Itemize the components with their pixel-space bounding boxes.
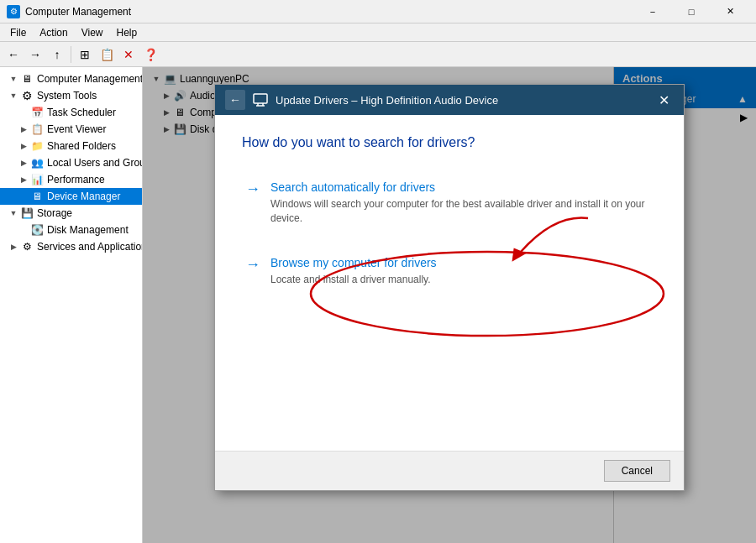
modal-title-text: Update Drivers – High Definition Audio D… bbox=[276, 94, 498, 107]
toolbar-show-hide[interactable]: ⊞ bbox=[75, 44, 95, 65]
shared-folders-label: Shared Folders bbox=[47, 140, 116, 152]
device-manager-label: Device Manager bbox=[47, 191, 120, 202]
expand-local-users: ▶ bbox=[17, 156, 30, 170]
storage-icon: 💾 bbox=[20, 206, 34, 220]
toolbar-forward[interactable]: → bbox=[25, 44, 45, 65]
toolbar-back[interactable]: ← bbox=[3, 44, 24, 65]
root-icon: 🖥 bbox=[20, 72, 34, 86]
menu-help[interactable]: Help bbox=[110, 25, 144, 40]
title-bar-controls: − □ ✕ bbox=[633, 0, 749, 23]
toolbar-help[interactable]: ❓ bbox=[140, 44, 160, 65]
close-button[interactable]: ✕ bbox=[711, 0, 749, 23]
left-panel: ▼ 🖥 Computer Management (Local ▼ ⚙ Syste… bbox=[0, 67, 143, 543]
browse-option-content: Browse my computer for drivers Locate an… bbox=[270, 256, 654, 287]
modal-cancel-button[interactable]: Cancel bbox=[604, 460, 670, 482]
sidebar-item-performance[interactable]: ▶ 📊 Performance bbox=[0, 171, 142, 188]
sidebar-item-event-viewer[interactable]: ▶ 📋 Event Viewer bbox=[0, 121, 142, 138]
modal-overlay: ← Update Drivers – High Definition Audio… bbox=[143, 67, 756, 543]
modal-option-auto[interactable]: → Search automatically for drivers Windo… bbox=[242, 177, 657, 229]
update-drivers-modal: ← Update Drivers – High Definition Audio… bbox=[214, 84, 685, 491]
minimize-button[interactable]: − bbox=[633, 0, 672, 23]
root-label: Computer Management (Local bbox=[37, 73, 143, 85]
expand-services: ▶ bbox=[7, 240, 20, 253]
auto-option-content: Search automatically for drivers Windows… bbox=[270, 180, 654, 226]
title-bar-text: Computer Management bbox=[25, 6, 633, 18]
sidebar-tree: ▼ 🖥 Computer Management (Local ▼ ⚙ Syste… bbox=[0, 67, 142, 258]
sidebar-item-local-users[interactable]: ▶ 👥 Local Users and Groups bbox=[0, 154, 142, 171]
sidebar-item-device-manager[interactable]: 🖥 Device Manager bbox=[0, 188, 142, 205]
menu-action[interactable]: Action bbox=[33, 25, 74, 40]
modal-device-icon bbox=[252, 91, 269, 108]
task-scheduler-label: Task Scheduler bbox=[47, 107, 116, 118]
sidebar-item-system-tools[interactable]: ▼ ⚙ System Tools bbox=[0, 87, 142, 104]
toolbar-sep-1 bbox=[71, 46, 71, 63]
sidebar-root[interactable]: ▼ 🖥 Computer Management (Local bbox=[0, 70, 142, 87]
app-icon: ⚙ bbox=[7, 5, 20, 18]
browse-arrow-icon: → bbox=[245, 256, 260, 274]
expand-task-sched bbox=[17, 106, 30, 119]
expand-storage: ▼ bbox=[7, 206, 20, 220]
performance-icon: 📊 bbox=[30, 173, 44, 186]
svg-rect-0 bbox=[254, 94, 267, 103]
local-users-icon: 👥 bbox=[30, 156, 44, 170]
local-users-label: Local Users and Groups bbox=[47, 157, 143, 169]
auto-option-title: Search automatically for drivers bbox=[270, 180, 654, 194]
modal-content: How do you want to search for drivers? →… bbox=[215, 115, 684, 451]
auto-arrow-icon: → bbox=[245, 180, 260, 198]
modal-back-button[interactable]: ← bbox=[225, 90, 245, 110]
device-manager-icon: 🖥 bbox=[30, 190, 44, 203]
event-viewer-label: Event Viewer bbox=[47, 123, 106, 135]
modal-footer: Cancel bbox=[215, 451, 684, 490]
sidebar-item-services[interactable]: ▶ ⚙ Services and Applications bbox=[0, 238, 142, 255]
modal-close-button[interactable]: ✕ bbox=[654, 90, 674, 110]
expand-root: ▼ bbox=[7, 72, 20, 86]
modal-title-left: ← Update Drivers – High Definition Audio… bbox=[225, 90, 498, 110]
toolbar: ← → ↑ ⊞ 📋 ✕ ❓ bbox=[0, 42, 756, 67]
task-scheduler-icon: 📅 bbox=[30, 106, 44, 119]
system-tools-label: System Tools bbox=[37, 90, 97, 102]
sidebar-item-task-scheduler[interactable]: 📅 Task Scheduler bbox=[0, 104, 142, 121]
expand-device-manager bbox=[17, 190, 30, 203]
disk-mgmt-icon: 💽 bbox=[30, 223, 44, 237]
auto-option-desc: Windows will search your computer for th… bbox=[270, 197, 654, 226]
main-layout: ▼ 🖥 Computer Management (Local ▼ ⚙ Syste… bbox=[0, 67, 756, 543]
menu-file[interactable]: File bbox=[3, 25, 33, 40]
maximize-button[interactable]: □ bbox=[672, 0, 711, 23]
modal-titlebar: ← Update Drivers – High Definition Audio… bbox=[215, 85, 684, 115]
sidebar-item-storage[interactable]: ▼ 💾 Storage bbox=[0, 205, 142, 222]
event-viewer-icon: 📋 bbox=[30, 123, 44, 136]
right-panel: ▼ 💻 LuannguyenPC ▶ 🔊 Audio inputs and ou… bbox=[143, 67, 756, 543]
sidebar-item-shared-folders[interactable]: ▶ 📁 Shared Folders bbox=[0, 138, 142, 154]
modal-question: How do you want to search for drivers? bbox=[242, 135, 657, 150]
toolbar-properties[interactable]: 📋 bbox=[97, 44, 117, 65]
services-label: Services and Applications bbox=[37, 241, 143, 253]
toolbar-up[interactable]: ↑ bbox=[47, 44, 67, 65]
title-bar: ⚙ Computer Management − □ ✕ bbox=[0, 0, 756, 23]
modal-option-browse[interactable]: → Browse my computer for drivers Locate … bbox=[242, 253, 657, 290]
browse-option-title: Browse my computer for drivers bbox=[270, 256, 654, 269]
expand-event-viewer: ▶ bbox=[17, 123, 30, 136]
services-icon: ⚙ bbox=[20, 240, 34, 253]
storage-label: Storage bbox=[37, 207, 72, 219]
system-tools-icon: ⚙ bbox=[20, 89, 34, 102]
sidebar-item-disk-mgmt[interactable]: 💽 Disk Management bbox=[0, 222, 142, 238]
toolbar-delete[interactable]: ✕ bbox=[118, 44, 139, 65]
expand-performance: ▶ bbox=[17, 173, 30, 186]
expand-shared-folders: ▶ bbox=[17, 139, 30, 153]
menu-bar: File Action View Help bbox=[0, 23, 756, 42]
disk-mgmt-label: Disk Management bbox=[47, 224, 129, 236]
expand-disk-mgmt bbox=[17, 223, 30, 237]
menu-view[interactable]: View bbox=[75, 25, 110, 40]
shared-folders-icon: 📁 bbox=[30, 139, 44, 153]
performance-label: Performance bbox=[47, 174, 105, 185]
expand-system-tools: ▼ bbox=[7, 89, 20, 102]
browse-option-desc: Locate and install a driver manually. bbox=[270, 273, 654, 287]
